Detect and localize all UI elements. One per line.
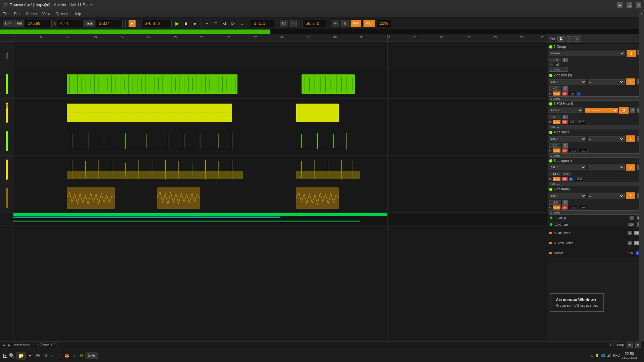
track6-auto-btn[interactable]: Auto: [553, 205, 560, 209]
taskbar-discord[interactable]: S: [43, 352, 48, 359]
track2-off-btn[interactable]: Off: [562, 92, 568, 96]
arrangement-view-btn[interactable]: ▶: [128, 20, 136, 27]
maximize-button[interactable]: □: [627, 2, 632, 8]
track2-num-btn[interactable]: 2: [626, 78, 635, 85]
group7-num[interactable]: 7: [630, 216, 634, 220]
track3-off-btn[interactable]: Off: [562, 120, 568, 124]
track-content-2[interactable]: [13, 70, 547, 98]
track3-allch-dropdown[interactable]: All Channels: [585, 108, 618, 113]
grid-icon[interactable]: ⊞: [341, 20, 348, 27]
track4-sub-dropdown[interactable]: 1: [588, 136, 625, 141]
track4-pan[interactable]: C: [562, 143, 568, 148]
position-display[interactable]: 39. 3. 3: [142, 20, 172, 27]
zoom-display[interactable]: 21%: [377, 20, 391, 27]
track1-vol[interactable]: -3.0: [549, 58, 561, 62]
track3-routing-dropdown[interactable]: All Ins: [549, 108, 583, 113]
tray-battery[interactable]: 🔋: [595, 354, 599, 357]
taskbar-xbox[interactable]: X: [50, 352, 55, 359]
minimize-button[interactable]: –: [617, 2, 623, 8]
taskbar-ableton-active[interactable]: Live: [86, 352, 98, 359]
track1-num-btn[interactable]: 1: [627, 50, 636, 57]
statusbar-prev-btn[interactable]: ◀: [3, 343, 5, 347]
track3-s-btn[interactable]: S: [630, 108, 635, 113]
loop-end-display[interactable]: 56. 3. 0: [303, 20, 326, 27]
taskbar-start[interactable]: ⊞: [3, 352, 8, 359]
track-content-3[interactable]: [13, 99, 547, 127]
track3-vol[interactable]: 6.0: [549, 115, 561, 119]
track5-routing-dropdown[interactable]: Ext. In: [549, 165, 586, 170]
track6-group-btn[interactable]: 1-Group: [549, 210, 642, 215]
track5-num-btn[interactable]: 5: [626, 164, 635, 171]
set-options-btn[interactable]: ⚙: [574, 36, 580, 42]
track6-pan[interactable]: C: [562, 200, 568, 205]
group10-num[interactable]: 10: [628, 223, 634, 226]
track2-vol[interactable]: 4.0: [549, 86, 561, 91]
menu-create[interactable]: Create: [26, 12, 37, 16]
track2-pan[interactable]: C: [562, 86, 568, 91]
track-content-1[interactable]: [13, 42, 547, 70]
track2-routing-dropdown[interactable]: Ext. In: [549, 79, 586, 84]
track3-num-btn[interactable]: 3: [619, 107, 629, 114]
taskbar-telegram[interactable]: T: [72, 352, 77, 359]
menu-edit[interactable]: Edit: [14, 12, 20, 16]
loop-start-display[interactable]: 1. 1. 1: [251, 20, 274, 27]
track4-auto-btn[interactable]: Auto: [553, 148, 560, 153]
status-fit-btn[interactable]: ⊟: [627, 343, 633, 348]
menu-options[interactable]: Options: [55, 12, 68, 16]
taskbar-files[interactable]: 📁: [16, 352, 26, 360]
return-b-s-btn[interactable]: S: [628, 241, 632, 245]
track6-routing-dropdown[interactable]: Ext. In: [549, 193, 586, 198]
track5-off-btn[interactable]: Off: [562, 177, 568, 181]
record-button[interactable]: ●: [191, 20, 198, 27]
clip-view-btn[interactable]: 🗖: [280, 20, 288, 27]
track4-off-btn[interactable]: Off: [562, 148, 568, 153]
taskbar-epic[interactable]: E: [27, 352, 33, 359]
link-button[interactable]: Link: [3, 20, 13, 27]
tray-volume[interactable]: 🔊: [607, 354, 611, 357]
track2-sub-dropdown[interactable]: 1: [588, 79, 625, 84]
taskbar-steam[interactable]: 🎮: [34, 352, 42, 359]
track3-group-btn[interactable]: 1-Group: [549, 125, 642, 129]
track5-vol[interactable]: -14.0: [549, 172, 561, 176]
taskbar-firefox[interactable]: 🦊: [63, 352, 71, 359]
tray-up-arrow[interactable]: ∧: [591, 354, 593, 357]
status-fit2-btn[interactable]: ⊞: [635, 343, 641, 348]
draw-button[interactable]: ○: [238, 20, 245, 27]
track4-group-btn[interactable]: 1-Group: [549, 153, 642, 158]
track-content-5[interactable]: [13, 156, 547, 184]
track3-pan[interactable]: C: [562, 115, 568, 119]
track-content-4[interactable]: [13, 127, 547, 155]
midi-button[interactable]: MIDI: [363, 20, 375, 27]
bpm-display[interactable]: 145.99: [25, 20, 52, 27]
taskbar-nvidia[interactable]: N: [78, 352, 84, 359]
track3-auto-btn[interactable]: Auto: [553, 120, 560, 124]
tap-button[interactable]: Tap: [14, 20, 24, 27]
track5-pan-right[interactable]: 10R: [562, 172, 571, 176]
track6-num-btn[interactable]: 6: [626, 192, 635, 199]
tray-network[interactable]: 🌐: [601, 354, 605, 357]
menu-help[interactable]: Help: [73, 12, 81, 16]
track5-auto-btn[interactable]: Auto: [553, 177, 560, 181]
track2-group-btn[interactable]: 1-Group: [549, 96, 642, 101]
tray-show-desktop[interactable]: |: [639, 351, 641, 361]
pencil-icon[interactable]: ✏: [332, 20, 339, 27]
track6-off-btn[interactable]: Off: [562, 205, 568, 209]
playhead[interactable]: [387, 34, 387, 41]
track1-routing-dropdown[interactable]: Master: [549, 51, 625, 56]
punch2-button[interactable]: ⊳: [230, 20, 236, 27]
track4-routing-dropdown[interactable]: Ext. In: [549, 136, 586, 141]
follow-button[interactable]: ⌗: [212, 20, 219, 27]
set-save-btn[interactable]: 💾: [557, 36, 565, 42]
taskbar-search[interactable]: 🔍: [9, 353, 15, 358]
track2-auto-btn[interactable]: Auto: [553, 92, 560, 96]
track5-group-btn[interactable]: 1-Group: [549, 182, 642, 186]
bar-display[interactable]: 1 Bar: [96, 20, 123, 27]
stop-button[interactable]: ■: [182, 20, 189, 27]
device-view-btn[interactable]: ⌐: [290, 20, 297, 27]
time-sig-display[interactable]: 4 / 4: [57, 20, 84, 27]
play-button[interactable]: ▶: [174, 20, 180, 27]
track4-num-btn[interactable]: 4: [626, 135, 635, 142]
close-button[interactable]: ✕: [636, 2, 641, 8]
progress-bar[interactable]: [0, 29, 644, 34]
track6-sub-dropdown[interactable]: 1: [588, 193, 625, 198]
